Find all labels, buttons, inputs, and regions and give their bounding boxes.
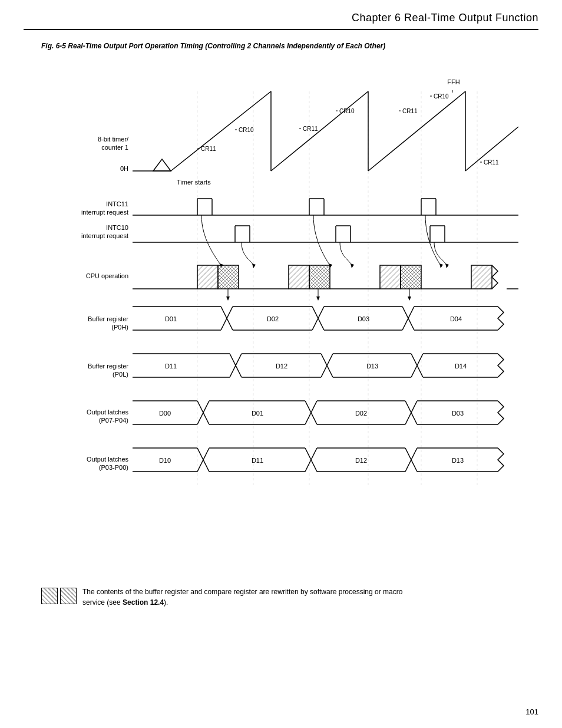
svg-line-28 <box>171 91 271 171</box>
svg-line-30 <box>271 91 368 171</box>
svg-text:Buffer register: Buffer register <box>88 363 128 370</box>
page-container: Chapter 6 Real-Time Output Function Fig.… <box>0 0 562 728</box>
timing-diagram-area: 8-bit timer/ counter 1 0H FFH Timer star… <box>41 62 524 575</box>
svg-text:D11: D11 <box>252 457 263 464</box>
svg-text:D13: D13 <box>366 363 378 370</box>
svg-marker-27 <box>153 159 171 171</box>
svg-text:CR10: CR10 <box>239 127 254 133</box>
svg-text:Output latches: Output latches <box>87 409 128 416</box>
svg-text:D11: D11 <box>165 363 177 370</box>
svg-marker-90 <box>226 297 230 301</box>
svg-text:0H: 0H <box>120 165 128 172</box>
svg-text:(P03-P00): (P03-P00) <box>99 464 128 471</box>
svg-text:CR11: CR11 <box>402 108 418 114</box>
svg-marker-92 <box>316 297 320 301</box>
svg-text:D12: D12 <box>355 457 367 464</box>
svg-marker-75 <box>439 263 443 268</box>
legend-hatch-box <box>41 588 58 604</box>
svg-line-32 <box>368 91 465 171</box>
svg-text:Timer starts: Timer starts <box>177 179 211 186</box>
page-header: Chapter 6 Real-Time Output Function <box>24 12 538 30</box>
svg-text:CR11: CR11 <box>303 126 318 132</box>
legend-text-line1: The contents of the buffer register and … <box>82 588 402 596</box>
svg-text:D02: D02 <box>355 410 367 417</box>
svg-text:interrupt request: interrupt request <box>81 232 128 239</box>
svg-text:CR11: CR11 <box>484 159 499 166</box>
svg-text:D03: D03 <box>358 315 369 322</box>
svg-text:D03: D03 <box>452 410 464 417</box>
legend-section-ref: Section 12.4 <box>123 598 164 607</box>
svg-text:CPU operation: CPU operation <box>86 272 128 279</box>
svg-marker-94 <box>408 297 411 301</box>
svg-rect-79 <box>197 265 218 289</box>
svg-text:D00: D00 <box>159 410 171 417</box>
page-number: 101 <box>525 707 538 716</box>
svg-text:(P0H): (P0H) <box>111 324 128 331</box>
svg-rect-85 <box>380 265 401 289</box>
svg-text:8-bit timer/: 8-bit timer/ <box>98 136 129 143</box>
svg-text:INTC10: INTC10 <box>106 224 128 231</box>
svg-text:CR10: CR10 <box>434 93 449 100</box>
legend-text-post: ). <box>164 598 168 607</box>
svg-rect-82 <box>289 265 309 289</box>
svg-rect-83 <box>309 265 330 289</box>
legend-text-pre: service (see <box>82 598 123 607</box>
timing-diagram-svg: 8-bit timer/ counter 1 0H FFH Timer star… <box>41 62 524 575</box>
svg-text:INTC11: INTC11 <box>106 200 128 207</box>
svg-text:D02: D02 <box>267 315 279 322</box>
legend-area: The contents of the buffer register and … <box>41 587 538 608</box>
svg-text:D12: D12 <box>276 363 287 370</box>
svg-text:D10: D10 <box>159 457 171 464</box>
svg-text:counter 1: counter 1 <box>101 144 128 151</box>
figure-title: Fig. 6-5 Real-Time Output Port Operation… <box>41 42 538 50</box>
legend-text: The contents of the buffer register and … <box>82 587 402 608</box>
svg-text:CR10: CR10 <box>339 108 355 114</box>
legend-crosshatch-box <box>60 588 77 604</box>
svg-rect-80 <box>218 265 239 289</box>
svg-text:FFH: FFH <box>447 78 459 85</box>
svg-text:D01: D01 <box>252 410 263 417</box>
svg-text:Buffer register: Buffer register <box>88 315 128 322</box>
svg-text:(P0L): (P0L) <box>113 371 128 378</box>
svg-text:D04: D04 <box>450 315 462 322</box>
svg-rect-86 <box>401 265 421 289</box>
legend-boxes <box>41 588 77 604</box>
svg-marker-74 <box>351 263 354 268</box>
svg-marker-76 <box>445 263 449 268</box>
svg-text:D13: D13 <box>452 457 464 464</box>
svg-text:(P07-P04): (P07-P04) <box>99 417 128 424</box>
svg-text:D01: D01 <box>165 315 177 322</box>
svg-text:interrupt request: interrupt request <box>81 209 128 216</box>
svg-marker-72 <box>252 263 256 268</box>
svg-text:D14: D14 <box>455 363 467 370</box>
svg-text:Output latches: Output latches <box>87 456 128 463</box>
svg-rect-88 <box>471 265 492 289</box>
header-title: Chapter 6 Real-Time Output Function <box>352 12 538 24</box>
svg-text:CR11: CR11 <box>201 146 216 152</box>
